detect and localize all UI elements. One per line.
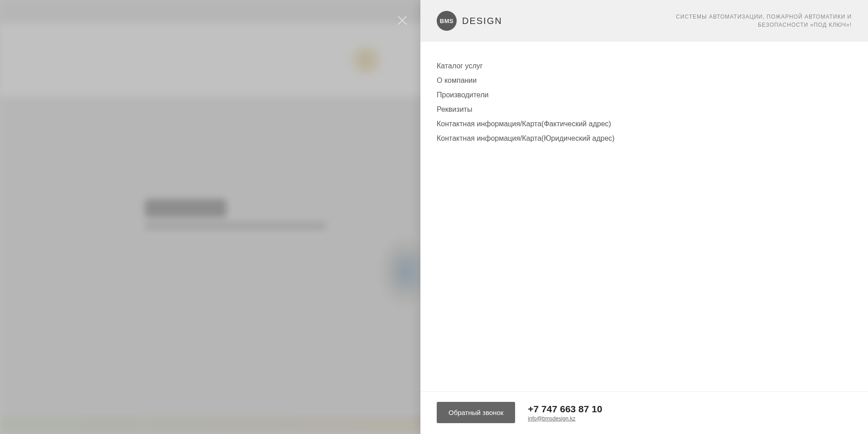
phone-link[interactable]: +7 747 663 87 10	[528, 404, 602, 415]
header-tagline: СИСТЕМЫ АВТОМАТИЗАЦИИ, ПОЖАРНОЙ АВТОМАТИ…	[676, 13, 852, 29]
close-button[interactable]	[394, 12, 410, 29]
close-icon	[395, 14, 409, 27]
side-navigation-panel: BMS DESIGN СИСТЕМЫ АВТОМАТИЗАЦИИ, ПОЖАРН…	[420, 0, 868, 434]
contact-block: +7 747 663 87 10 info@bmsdesign.kz	[528, 404, 602, 422]
nav-item-requisites[interactable]: Реквизиты	[437, 102, 852, 117]
tagline-line2: БЕЗОПАСНОСТИ «ПОД КЛЮЧ»!	[758, 22, 852, 28]
nav-list: Каталог услуг О компании Производители Р…	[437, 59, 852, 146]
nav-item-manufacturers[interactable]: Производители	[437, 88, 852, 102]
nav-item-contact-actual[interactable]: Контактная информация/Карта(Фактический …	[437, 117, 852, 131]
panel-footer: Обратный звонок +7 747 663 87 10 info@bm…	[420, 391, 868, 434]
panel-header: BMS DESIGN СИСТЕМЫ АВТОМАТИЗАЦИИ, ПОЖАРН…	[420, 0, 868, 42]
tagline-line1: СИСТЕМЫ АВТОМАТИЗАЦИИ, ПОЖАРНОЙ АВТОМАТИ…	[676, 14, 852, 20]
nav-item-contact-legal[interactable]: Контактная информация/Карта(Юридический …	[437, 131, 852, 146]
logo-text: DESIGN	[462, 16, 502, 26]
logo-badge: BMS	[437, 11, 457, 31]
email-link[interactable]: info@bmsdesign.kz	[528, 415, 602, 422]
nav-item-catalog[interactable]: Каталог услуг	[437, 59, 852, 73]
panel-nav: Каталог услуг О компании Производители Р…	[420, 42, 868, 391]
callback-button[interactable]: Обратный звонок	[437, 402, 515, 423]
nav-item-about[interactable]: О компании	[437, 73, 852, 88]
